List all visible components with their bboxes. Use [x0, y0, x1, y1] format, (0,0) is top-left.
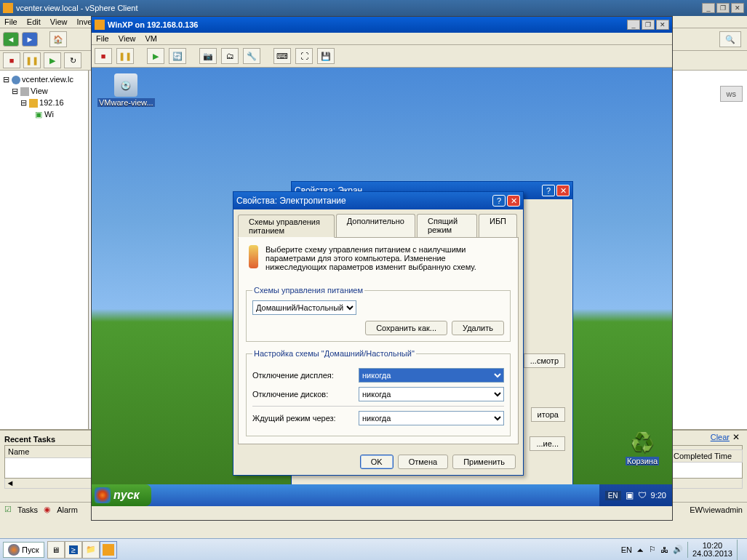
delete-button[interactable]: Удалить: [452, 321, 504, 335]
col-completed[interactable]: Completed Time: [670, 449, 743, 463]
label-disks-off: Отключение дисков:: [252, 390, 354, 399]
vm-stop-button[interactable]: ■: [3, 52, 20, 68]
console-floppy-icon[interactable]: 💾: [317, 48, 335, 64]
vsphere-titlebar: vcenter.view.local - vSphere Client _ ❐ …: [0, 0, 747, 16]
power-dialog-title: Свойства: Электропитание: [236, 196, 346, 206]
vm-menu-view[interactable]: View: [119, 34, 136, 43]
show-desktop-button[interactable]: [737, 540, 743, 560]
xp-desktop[interactable]: 💿 VMware-view... Свойства: Экран ? ✕ ...…: [92, 68, 672, 506]
vm-reset-button[interactable]: ↻: [64, 52, 81, 68]
nav-back-button[interactable]: ◄: [3, 32, 19, 47]
tab-advanced[interactable]: Дополнительно: [336, 214, 415, 237]
console-snapshot-icon[interactable]: 📷: [199, 48, 217, 64]
console-manage-icon[interactable]: 🗂: [221, 48, 239, 64]
power-options-dialog: Свойства: Электропитание ? ✕ Схемы управ…: [233, 191, 524, 476]
taskbar-server-icon[interactable]: 🖥: [47, 541, 65, 559]
tree-vcenter[interactable]: vcenter.view.lc: [22, 75, 73, 84]
xp-lang-indicator[interactable]: EN: [605, 491, 621, 500]
console-play-button[interactable]: ▶: [147, 48, 164, 64]
scheme-select[interactable]: Домашний/Настольный: [252, 300, 356, 315]
xp-tray: EN ▣ 🛡 9:20: [599, 484, 672, 506]
display-help-button[interactable]: ?: [542, 185, 555, 196]
tab-ups[interactable]: ИБП: [479, 214, 517, 237]
host-start-button[interactable]: Пуск: [3, 542, 44, 558]
host-taskbar: Пуск 🖥 ≥ 📁 EN ⏶ ⚐ 🖧 🔊 10:20 24.03.2013: [0, 538, 747, 560]
vm-menu-file[interactable]: File: [96, 34, 109, 43]
tree-vm[interactable]: Wi: [44, 110, 54, 119]
cancel-button[interactable]: Отмена: [398, 455, 448, 469]
host-warning-icon: [29, 99, 38, 108]
menu-inventory[interactable]: Inve: [77, 17, 92, 26]
console-pause-button[interactable]: ❚❚: [116, 48, 134, 64]
inventory-tree[interactable]: ⊟ vcenter.view.lc ⊟ View ⊟ 192.16 ▣ Wi: [0, 71, 89, 452]
vm-minimize-button[interactable]: _: [627, 20, 640, 30]
console-stop-button[interactable]: ■: [95, 48, 112, 64]
tray-flag-icon[interactable]: ⚐: [649, 545, 656, 554]
menu-view[interactable]: View: [50, 17, 68, 26]
taskbar-powershell-icon[interactable]: ≥: [65, 541, 82, 559]
console-revert-icon[interactable]: 🔧: [243, 48, 260, 64]
main-minimize-button[interactable]: _: [702, 3, 715, 13]
tab-power-schemes[interactable]: Схемы управления питанием: [238, 215, 335, 238]
tray-vmtools-icon[interactable]: ▣: [626, 490, 634, 500]
tree-host[interactable]: 192.16: [39, 98, 64, 107]
display-settings-button[interactable]: ...ие...: [530, 436, 565, 451]
power-dialog-titlebar[interactable]: Свойства: Электропитание ? ✕: [233, 192, 523, 209]
tab-hibernate[interactable]: Спящий режим: [417, 214, 477, 237]
xp-start-button[interactable]: пуск: [92, 484, 151, 506]
search-input[interactable]: 🔍: [719, 31, 741, 47]
power-help-button[interactable]: ?: [492, 195, 506, 207]
host-start-label: Пуск: [22, 545, 39, 554]
vsphere-icon: [3, 3, 13, 13]
main-restore-button[interactable]: ❐: [716, 3, 730, 13]
ok-button[interactable]: OK: [360, 455, 394, 469]
status-alarms[interactable]: Alarm: [57, 505, 78, 514]
tray-network-icon[interactable]: 🖧: [660, 545, 668, 554]
console-fullscreen-icon[interactable]: ⛶: [295, 48, 313, 64]
xp-clock[interactable]: 9:20: [651, 491, 666, 500]
nav-fwd-button[interactable]: ►: [22, 32, 38, 47]
recycle-bin[interactable]: ♻️ Корзина: [626, 429, 659, 465]
vm-pause-button[interactable]: ❚❚: [23, 52, 41, 68]
taskbar-vsphere-running[interactable]: [100, 541, 117, 559]
vm-restore-button[interactable]: ❐: [642, 20, 655, 30]
tab-stub[interactable]: ws: [720, 86, 743, 102]
console-cad-icon[interactable]: ⌨: [273, 48, 291, 64]
status-tasks[interactable]: Tasks: [17, 505, 38, 514]
close-x-small[interactable]: ✕: [732, 432, 740, 442]
vm-console-window: WinXP on 192.168.0.136 _ ❐ ✕ File View V…: [91, 16, 673, 521]
standby-select[interactable]: никогда: [359, 411, 504, 425]
tray-sound-icon[interactable]: 🔊: [673, 545, 683, 554]
host-clock-date[interactable]: 24.03.2013: [692, 550, 732, 558]
datacenter-icon: [20, 87, 29, 96]
vm-titlebar[interactable]: WinXP on 192.168.0.136 _ ❐ ✕: [92, 17, 672, 33]
home-button[interactable]: 🏠: [49, 31, 67, 47]
main-close-button[interactable]: ✕: [731, 3, 744, 13]
desktop-icon-vmware-view[interactable]: 💿 VMware-view...: [97, 73, 155, 107]
display-close-button[interactable]: ✕: [556, 185, 570, 196]
tray-customize-icon[interactable]: ⏶: [636, 545, 644, 554]
vm-menu-vm[interactable]: VM: [145, 34, 158, 43]
recycle-bin-label: Корзина: [626, 457, 659, 465]
power-close-button[interactable]: ✕: [507, 195, 520, 207]
taskbar-explorer-icon[interactable]: 📁: [82, 541, 100, 559]
vm-close-button[interactable]: ✕: [656, 20, 669, 30]
vm-icon: [95, 20, 105, 30]
console-reset-icon[interactable]: 🔄: [169, 48, 186, 64]
display-preview-button[interactable]: ...смотр: [524, 353, 565, 368]
save-as-button[interactable]: Сохранить как...: [365, 321, 447, 335]
vm-play-button[interactable]: ▶: [44, 52, 61, 68]
menu-file[interactable]: File: [4, 17, 17, 26]
host-lang-indicator[interactable]: EN: [621, 545, 632, 554]
status-user: EW\viewadmin: [690, 505, 743, 514]
host-clock-time[interactable]: 10:20: [692, 542, 732, 550]
display-monitor-label: итора: [531, 407, 565, 422]
battery-icon: [249, 245, 258, 268]
display-off-select[interactable]: никогда: [359, 368, 504, 383]
disks-off-select[interactable]: никогда: [359, 387, 504, 401]
clear-button[interactable]: Clear: [711, 433, 730, 441]
apply-button[interactable]: Применить: [452, 455, 516, 469]
menu-edit[interactable]: Edit: [27, 17, 41, 26]
tray-shield-icon[interactable]: 🛡: [638, 490, 647, 500]
tree-datacenter[interactable]: View: [31, 87, 48, 95]
